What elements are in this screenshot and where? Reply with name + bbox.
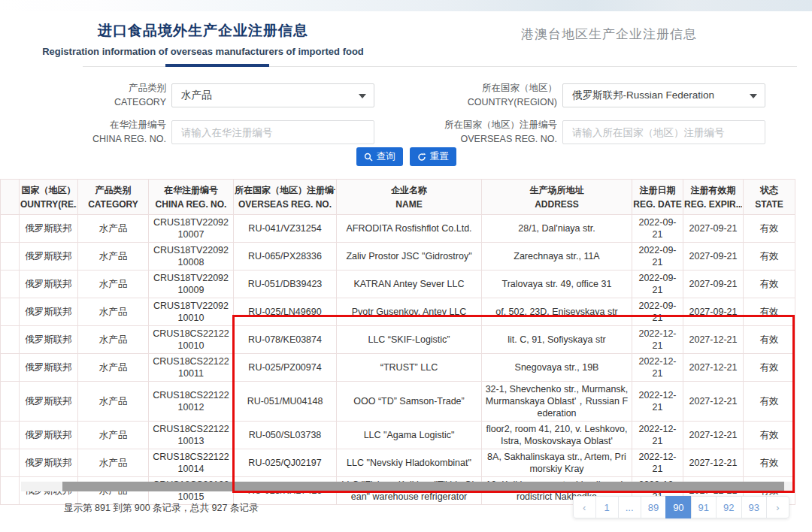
cell-stub	[1, 422, 20, 449]
top-decorative-band	[0, 0, 812, 11]
header-overseas-reg: 所在国家（地区）注册编号OVERSEAS REG. NO.	[234, 180, 337, 215]
cell-reg-expiry: 2027-12-21	[683, 354, 744, 382]
caret-down-icon	[359, 94, 366, 98]
cell-country: 俄罗斯联邦	[20, 449, 78, 477]
page-button-89[interactable]: 89	[641, 496, 666, 518]
cell-overseas-reg: RU-041/VZ31254	[234, 215, 337, 243]
table-row: 俄罗斯联邦 水产品 CRUS18CS2212210013 RU-050/SL03…	[1, 422, 795, 449]
cell-china-reg: CRUS18CS2212210011	[149, 354, 234, 382]
cell-stub	[1, 298, 20, 326]
country-select[interactable]: 俄罗斯联邦-Russian Federation	[562, 83, 765, 107]
cell-country: 俄罗斯联邦	[20, 354, 78, 382]
cell-category: 水产品	[78, 449, 149, 477]
tab-imported-food-registration[interactable]: 进口食品境外生产企业注册信息 Registration information …	[0, 11, 406, 57]
category-select[interactable]: 水产品	[171, 83, 374, 107]
header-address: 生产场所地址ADDRESS	[482, 180, 632, 215]
cell-name: LLC "Agama Logistic"	[337, 422, 482, 449]
cell-overseas-reg: RU-051/DB39423	[234, 271, 337, 298]
china-reg-label: 在华注册编号 CHINA REG. NO.	[0, 118, 171, 147]
category-label: 产品类别 CATEGORY	[0, 81, 171, 110]
page-button-90-current[interactable]: 90	[665, 496, 691, 518]
overseas-reg-input[interactable]	[562, 120, 765, 144]
cell-stub	[1, 382, 20, 422]
page-button-93[interactable]: 93	[741, 496, 767, 518]
cell-address: 28/1, Dal'niaya str.	[482, 215, 632, 243]
table-row: 俄罗斯联邦 水产品 CRUS18TV2209210008 RU-065/PX28…	[1, 243, 795, 271]
page-button-92[interactable]: 92	[716, 496, 741, 518]
horizontal-scrollbar[interactable]	[21, 482, 792, 491]
cell-state: 有效	[744, 422, 795, 449]
cell-stub	[1, 326, 20, 354]
cell-state: 有效	[744, 215, 795, 243]
cell-state: 有效	[744, 298, 795, 326]
cell-stub	[1, 271, 20, 298]
cell-reg-date: 2022-09-21	[632, 298, 683, 326]
header-stub	[1, 180, 20, 215]
cell-reg-expiry: 2027-12-21	[683, 382, 744, 422]
tab-hk-macao-taiwan-registration[interactable]: 港澳台地区生产企业注册信息	[406, 11, 812, 43]
cell-name: LLC "Nevskiy Hladokombinat"	[337, 449, 482, 477]
cell-address: floor2, room 41, 210, v. Leshkovo, Istra…	[482, 422, 632, 449]
page-title-cn: 进口食品境外生产企业注册信息	[0, 21, 406, 41]
cell-reg-date: 2022-12-21	[632, 422, 683, 449]
page-title-en: Registration information of overseas man…	[0, 46, 406, 57]
header-name: 企业名称NAME	[337, 180, 482, 215]
cell-category: 水产品	[78, 298, 149, 326]
cell-china-reg: CRUS18CS2212210012	[149, 382, 234, 422]
table-row: 俄罗斯联邦 水产品 CRUS18CS2212210010 RU-078/KE03…	[1, 326, 795, 354]
china-reg-input[interactable]	[171, 120, 374, 144]
cell-stub	[1, 477, 20, 505]
cell-reg-expiry: 2027-09-21	[683, 271, 744, 298]
cell-stub	[1, 243, 20, 271]
search-button[interactable]: 查询	[356, 147, 403, 166]
cell-country: 俄罗斯联邦	[20, 215, 78, 243]
cell-category: 水产品	[78, 215, 149, 243]
cell-overseas-reg: RU-025/QJ02197	[234, 449, 337, 477]
cell-china-reg: CRUS18TV2209210009	[149, 271, 234, 298]
country-label: 所在国家（地区） COUNTRY(REGION)	[391, 81, 562, 110]
cell-stub	[1, 354, 20, 382]
cell-reg-date: 2022-12-21	[632, 449, 683, 477]
page-ellipsis-button[interactable]: ...	[618, 496, 641, 518]
cell-state: 有效	[744, 326, 795, 354]
cell-name: OOO “TD” Samson-Trade”	[337, 382, 482, 422]
cell-category: 水产品	[78, 422, 149, 449]
cell-state: 有效	[744, 354, 795, 382]
cell-country: 俄罗斯联邦	[20, 382, 78, 422]
prev-page-button[interactable]: ‹	[573, 496, 596, 518]
cell-country: 俄罗斯联邦	[20, 243, 78, 271]
overseas-reg-form-group: 所在国家（地区）注册编号 OVERSEAS REG. NO.	[391, 118, 765, 147]
registration-page: 进口食品境外生产企业注册信息 Registration information …	[0, 0, 812, 532]
cell-address: 8A, Sakhalinskaya str., Artem, Primorski…	[482, 449, 632, 477]
records-summary: 显示第 891 到第 900 条记录，总共 927 条记录	[64, 502, 258, 515]
cell-china-reg: CRUS18TV2209210007	[149, 215, 234, 243]
refresh-icon	[417, 153, 426, 162]
cell-category: 水产品	[78, 382, 149, 422]
cell-reg-date: 2022-12-21	[632, 354, 683, 382]
cell-category: 水产品	[78, 243, 149, 271]
header-country: 国家（地区）OUNTRY(RE...	[20, 180, 78, 215]
cell-country: 俄罗斯联邦	[20, 271, 78, 298]
page-button-1[interactable]: 1	[595, 496, 619, 518]
cell-china-reg: CRUS18CS2212210010	[149, 326, 234, 354]
cell-china-reg: CRUS18TV2209210008	[149, 243, 234, 271]
cell-reg-date: 2022-12-21	[632, 382, 683, 422]
country-form-group: 所在国家（地区） COUNTRY(REGION) 俄罗斯联邦-Russian F…	[391, 81, 765, 110]
cell-stub	[1, 449, 20, 477]
active-tab-indicator	[165, 64, 269, 67]
scrollbar-thumb[interactable]	[62, 482, 784, 491]
cell-overseas-reg: RU-025/PZ00974	[234, 354, 337, 382]
page-button-91[interactable]: 91	[691, 496, 717, 518]
table-row: 俄罗斯联邦 水产品 CRUS18TV2209210010 RU-025/LN49…	[1, 298, 795, 326]
cell-state: 有效	[744, 243, 795, 271]
cell-state: 有效	[744, 382, 795, 422]
reset-button[interactable]: 重置	[410, 147, 456, 166]
table-row: 俄罗斯联邦 水产品 CRUS18CS2212210012 RU-051/MU04…	[1, 382, 795, 422]
cell-overseas-reg: RU-078/KE03874	[234, 326, 337, 354]
header-category: 产品类别CATEGORY	[78, 180, 149, 215]
cell-overseas-reg: RU-025/LN49690	[234, 298, 337, 326]
next-page-button[interactable]: ›	[766, 496, 789, 518]
cell-address: lit. C, 91, Sofiyskaya str	[482, 326, 632, 354]
cell-address: Zarechnaya str., 11A	[482, 243, 632, 271]
cell-china-reg: CRUS18TV2209210010	[149, 298, 234, 326]
